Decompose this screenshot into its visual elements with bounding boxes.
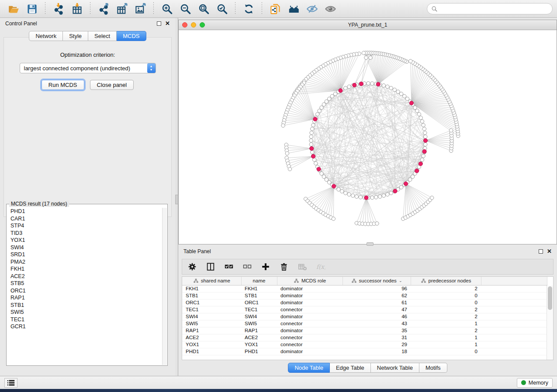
mcds-result-item[interactable]: PHD1 [7,208,162,215]
mcds-result-item[interactable]: STB1 [7,302,162,309]
mcds-result-item[interactable]: SRD1 [7,251,162,258]
tab-network-table[interactable]: Network Table [371,363,419,373]
zoom-selected-button[interactable] [214,2,229,16]
tab-motifs[interactable]: Motifs [419,363,447,373]
copy-network-button[interactable] [268,2,283,16]
table-row[interactable]: TEC1TEC1connector472 [182,306,547,313]
tab-mcds[interactable]: MCDS [117,31,146,41]
table-panel-titlebar: Table Panel ✕ [178,246,557,257]
tab-node-table[interactable]: Node Table [288,363,330,373]
hide-selected-button[interactable] [304,2,319,16]
select-all-button[interactable] [224,262,234,272]
mcds-result-list: PHD1CAR1STP4TID3YOX1SWI4SRD1PMA2FKH1ACE2… [7,208,162,365]
mcds-result-item[interactable]: TID3 [7,230,162,237]
mcds-result-item[interactable]: SWI5 [7,309,162,316]
mcds-result-item[interactable]: TEC1 [7,316,162,323]
save-button[interactable] [24,2,39,16]
horizontal-splitter-handle[interactable] [367,242,374,246]
table-row[interactable]: FKH1FKH1dominator962 [182,285,547,292]
show-columns-button[interactable] [206,262,215,272]
table-row[interactable]: YOX1YOX1connector291 [182,341,547,348]
column-header-name[interactable]: name [241,277,277,285]
search-box[interactable] [427,3,553,14]
refresh-button[interactable] [241,2,256,16]
run-mcds-button[interactable]: Run MCDS [42,80,84,90]
mcds-result-item[interactable]: STB5 [7,280,162,287]
column-header-successor-nodes[interactable]: successor nodes⌄ [343,277,411,285]
table-row[interactable]: SWI5SWI5connector431 [182,320,547,327]
tab-select[interactable]: Select [88,31,117,41]
mcds-result-item[interactable]: CAR1 [7,215,162,223]
export-image-icon [135,3,146,15]
import-table-icon [71,3,83,15]
table-row[interactable]: STB1STB1dominator620 [182,292,547,299]
deselect-all-button[interactable] [242,262,252,272]
close-panel-button[interactable]: Close panel [90,80,134,90]
function-builder-button: f(x) [316,262,325,272]
open-button[interactable] [6,2,21,16]
show-all-button[interactable] [323,2,338,16]
table-scrollbar-thumb[interactable] [548,286,552,310]
optimization-criterion-select[interactable]: largest connected component (undirected)… [20,63,156,73]
column-header-MCDS-role[interactable]: MCDS role [277,277,343,285]
search-input[interactable] [440,6,548,12]
table-cell: 29 [343,341,411,348]
refresh-icon [243,3,255,15]
table-cell: 96 [343,285,411,292]
tab-style[interactable]: Style [63,31,88,41]
table-cell: ORC1 [182,299,241,306]
export-network-icon [98,3,110,15]
mcds-list-scrollbar[interactable] [162,208,167,365]
table-scrollbar[interactable] [547,285,553,360]
add-button[interactable] [261,262,270,272]
zoom-out-button[interactable] [178,2,193,16]
mcds-result-item[interactable]: RAP1 [7,294,162,302]
table-panel: Table Panel ✕ f(x) shared namenameMCDS r… [178,246,557,376]
zoom-in-button[interactable] [159,2,174,16]
export-table-button[interactable] [114,2,129,16]
mcds-tab-content: Optimization criterion: largest connecte… [3,37,172,217]
plus-icon [261,262,270,272]
import-network-button[interactable] [51,2,66,16]
table-cell: TEC1 [241,306,277,313]
mcds-result-item[interactable]: FKH1 [7,265,162,273]
tab-network[interactable]: Network [29,31,63,41]
mcds-result-item[interactable]: STP4 [7,222,162,230]
zoom-fit-button[interactable] [196,2,211,16]
float-table-panel-icon[interactable] [539,249,543,254]
table-cell: dominator [277,327,343,334]
table-row[interactable]: PHD1PHD1dominator180 [182,348,547,355]
float-window-icon[interactable] [157,21,161,26]
memory-status-icon [521,380,526,385]
vertical-splitter-handle[interactable] [175,195,178,204]
close-table-panel-icon[interactable]: ✕ [547,249,552,254]
export-image-button[interactable] [133,2,148,16]
table-row[interactable]: SWI4SWI4dominator462 [182,313,547,320]
select-all-icon [224,262,234,272]
first-neighbors-button[interactable] [286,2,301,16]
control-panel-tabs: NetworkStyleSelectMCDS [29,31,146,41]
settings-button[interactable] [187,262,197,272]
mcds-result-item[interactable]: ACE2 [7,273,162,280]
delete-button[interactable] [279,262,289,272]
table-cell: 1 [411,320,481,327]
column-header-shared-name[interactable]: shared name [182,277,241,285]
column-header-predecessor-nodes[interactable]: predecessor nodes [411,277,481,285]
table-row[interactable]: RAP1RAP1dominator352 [182,327,547,334]
mcds-result-item[interactable]: ORC1 [7,287,162,295]
memory-button[interactable]: Memory [517,378,553,388]
network-window-titlebar[interactable]: YPA_prune.txt_1 [179,20,557,30]
table-cell: SWI4 [241,313,277,320]
mcds-result-item[interactable]: YOX1 [7,237,162,244]
tab-edge-table[interactable]: Edge Table [330,363,371,373]
task-history-button[interactable] [4,378,17,388]
network-canvas[interactable] [179,30,557,244]
mcds-result-item[interactable]: GCR1 [7,323,162,330]
export-network-button[interactable] [96,2,111,16]
mcds-result-item[interactable]: PMA2 [7,258,162,266]
close-panel-icon[interactable]: ✕ [165,21,170,26]
import-table-button[interactable] [69,2,84,16]
table-row[interactable]: ORC1ORC1dominator610 [182,299,547,306]
mcds-result-item[interactable]: SWI4 [7,244,162,251]
table-row[interactable]: ACE2ACE2connector311 [182,334,547,341]
